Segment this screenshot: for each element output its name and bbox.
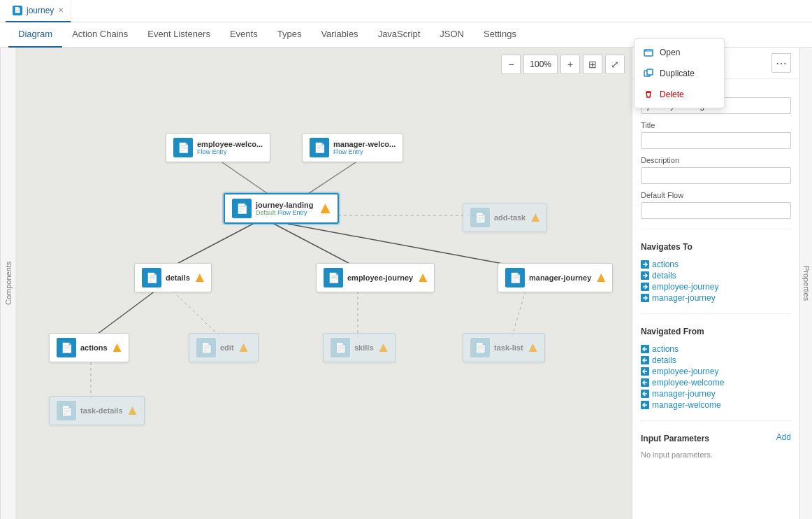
node-manager-welco[interactable]: 📄 manager-welco... Flow Entry [302, 133, 403, 162]
node-name-task-list: task-list [494, 343, 523, 352]
node-name-edit: edit [220, 343, 234, 352]
panel-more-btn[interactable]: ⋯ [771, 53, 791, 73]
warn-icon-add-task [531, 213, 539, 222]
warn-icon-task-list [529, 343, 537, 352]
nav-to-details[interactable]: details [641, 270, 791, 281]
duplicate-icon [643, 68, 654, 79]
svg-line-6 [92, 291, 155, 338]
warn-icon-edit [240, 343, 248, 352]
properties-sidebar[interactable]: Properties [799, 48, 812, 519]
zoom-label: 100% [523, 55, 558, 74]
warn-icon-details [196, 273, 204, 282]
nav-from-manager-journey[interactable]: manager-journey [641, 388, 791, 399]
node-actions[interactable]: 📄 actions [49, 333, 129, 362]
default-flow-input[interactable] [641, 202, 791, 219]
node-icon-employee-welco: 📄 [173, 138, 193, 157]
node-name-actions: actions [80, 343, 108, 352]
nav-tab-settings[interactable]: Settings [474, 22, 526, 48]
context-menu: Open Duplicate Delete [634, 48, 725, 108]
divider-2 [641, 313, 791, 314]
nav-to-actions[interactable]: actions [641, 259, 791, 270]
node-task-list[interactable]: 📄 task-list [463, 333, 545, 362]
node-employee-welco[interactable]: 📄 employee-welco... Flow Entry [166, 133, 270, 162]
nav-tab-event-listeners[interactable]: Event Listeners [138, 22, 220, 48]
navigated-from-list: actions details employee-journey employe… [641, 343, 791, 411]
left-sidebar-label: Components [4, 262, 13, 305]
nav-from-icon-4 [641, 390, 649, 398]
node-name-details: details [166, 273, 190, 282]
nav-from-manager-welcome-label: manager-welcome [652, 400, 721, 410]
node-name-employee-welco: employee-welco... [197, 140, 263, 148]
divider-1 [641, 229, 791, 229]
add-param-btn[interactable]: Add [776, 432, 791, 442]
node-sub-manager-welco: Flow Entry [333, 148, 396, 155]
nav-tab-javascript[interactable]: JavaScript [368, 22, 430, 48]
node-icon-edit: 📄 [196, 338, 216, 357]
main-layout: Components − 100% + ⊞ ⤢ [0, 48, 812, 519]
delete-icon [643, 89, 654, 100]
nav-from-employee-journey[interactable]: employee-journey [641, 366, 791, 377]
node-skills[interactable]: 📄 skills [323, 333, 396, 362]
input-params-header: Input Parameters Add [641, 431, 791, 443]
nav-to-employee-journey[interactable]: employee-journey [641, 281, 791, 292]
default-flow-label: Default Flow [641, 191, 791, 199]
nav-tab-variables[interactable]: Variables [311, 22, 368, 48]
tab-bar: 📄 journey ✕ [0, 0, 812, 22]
node-name-manager-welco: manager-welco... [333, 140, 396, 148]
node-icon-skills: 📄 [331, 338, 350, 357]
tab-journey-label: journey [27, 6, 54, 15]
node-manager-journey[interactable]: 📄 manager-journey [498, 263, 613, 292]
nav-tab-diagram[interactable]: Diagram [8, 22, 62, 48]
default-flow-field-group: Default Flow [641, 191, 791, 219]
svg-line-2 [169, 224, 253, 268]
tab-file-icon: 📄 [13, 6, 22, 15]
menu-item-duplicate-label: Duplicate [660, 69, 695, 78]
zoom-out-btn[interactable]: − [501, 55, 521, 74]
nav-tab-events[interactable]: Events [220, 22, 268, 48]
warn-icon-journey-landing [321, 204, 331, 213]
node-icon-employee-journey: 📄 [324, 268, 343, 287]
nav-tab-json[interactable]: JSON [430, 22, 474, 48]
description-input[interactable] [641, 167, 791, 184]
nav-link-icon-0 [641, 260, 649, 269]
menu-item-delete-label: Delete [660, 90, 684, 99]
node-task-details[interactable]: 📄 task-details [49, 396, 145, 425]
nav-from-actions[interactable]: actions [641, 343, 791, 355]
title-input[interactable] [641, 132, 791, 149]
menu-item-delete[interactable]: Delete [635, 84, 724, 105]
menu-item-open[interactable]: Open [635, 48, 724, 63]
left-sidebar: Components [0, 48, 15, 519]
node-add-task[interactable]: 📄 add-task [463, 203, 547, 232]
node-details[interactable]: 📄 details [134, 263, 212, 292]
menu-item-duplicate[interactable]: Duplicate [635, 63, 724, 84]
nav-from-manager-welcome[interactable]: manager-welcome [641, 399, 791, 411]
nav-to-details-label: details [652, 271, 676, 280]
node-journey-landing[interactable]: 📄 journey-landing Default Flow Entry [224, 193, 339, 224]
nav-from-details-label: details [652, 355, 676, 365]
nav-link-icon-2 [641, 283, 649, 291]
tab-close-btn[interactable]: ✕ [58, 6, 64, 14]
tab-journey[interactable]: 📄 journey ✕ [6, 0, 71, 22]
fit-view-btn[interactable]: ⤢ [605, 55, 625, 74]
nav-tab-action-chains[interactable]: Action Chains [62, 22, 138, 48]
node-name-manager-journey: manager-journey [529, 273, 591, 282]
nav-to-manager-journey[interactable]: manager-journey [641, 292, 791, 304]
warn-icon-task-details [129, 406, 137, 415]
nav-from-icon-1 [641, 356, 649, 364]
node-edit[interactable]: 📄 edit [189, 333, 259, 362]
nav-tab-types[interactable]: Types [268, 22, 312, 48]
node-icon-actions: 📄 [57, 338, 76, 357]
nav-from-employee-journey-label: employee-journey [652, 367, 718, 376]
grid-view-btn[interactable]: ⊞ [583, 55, 602, 74]
node-icon-add-task: 📄 [470, 208, 490, 227]
nav-from-employee-welcome[interactable]: employee-welcome [641, 377, 791, 388]
node-employee-journey[interactable]: 📄 employee-journey [316, 263, 435, 292]
node-icon-task-details: 📄 [57, 401, 76, 420]
nav-from-details[interactable]: details [641, 355, 791, 366]
zoom-in-btn[interactable]: + [560, 55, 580, 74]
description-label: Description [641, 156, 791, 164]
title-label: Title [641, 121, 791, 129]
svg-line-7 [173, 291, 222, 338]
diagram-toolbar: − 100% + ⊞ ⤢ [501, 55, 625, 74]
node-icon-task-list: 📄 [470, 338, 490, 357]
